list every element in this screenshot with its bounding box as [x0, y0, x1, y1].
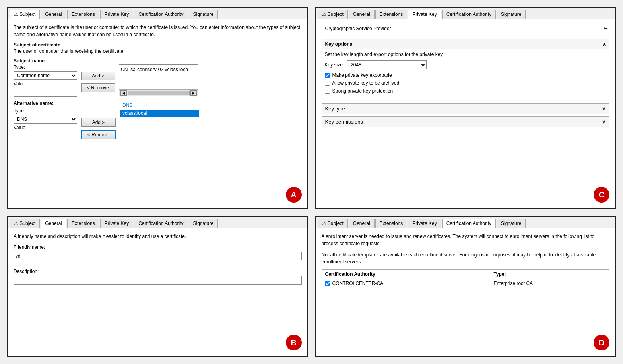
- make-exportable-label: Make private key exportable: [332, 72, 392, 78]
- remove-button-a[interactable]: < Remove: [81, 83, 115, 92]
- tab-d-certauth[interactable]: Certification Authority: [442, 219, 496, 228]
- key-type-title: Key type: [325, 106, 345, 112]
- ca-table-row: CONTROLCENTER-CA Enterprise root CA: [322, 279, 609, 288]
- panel-b-description: A friendly name and description will mak…: [14, 233, 302, 240]
- panel-c-tab-bar: ⚠ Subject General Extensions Private Key…: [316, 8, 615, 19]
- tab-a-privatekey[interactable]: Private Key: [100, 10, 133, 19]
- subject-name-label: Subject name:: [14, 58, 302, 64]
- panel-d-tab-bar: ⚠ Subject General Extensions Private Key…: [316, 217, 615, 228]
- ca-table: Certification Authority Type: CONTROLCEN…: [322, 269, 610, 288]
- alt-value-input[interactable]: [14, 132, 77, 140]
- panel-d-desc2: Not all certificate templates are availa…: [322, 251, 610, 265]
- key-permissions-title: Key permissions: [325, 119, 363, 125]
- tab-d-general[interactable]: General: [349, 219, 375, 228]
- description-input[interactable]: [14, 276, 302, 285]
- friendly-name-input[interactable]: [14, 252, 302, 260]
- panel-a-description: The subject of a certificate is the user…: [14, 24, 302, 38]
- description-label: Description:: [14, 269, 39, 274]
- panel-d: ⚠ Subject General Extensions Private Key…: [315, 216, 616, 357]
- tab-b-signature[interactable]: Signature: [189, 219, 218, 228]
- alt-remove-button[interactable]: < Remove: [81, 130, 116, 139]
- panel-d-desc1: A enrollment server is needed to issue a…: [322, 233, 610, 247]
- tab-b-general[interactable]: General: [41, 219, 66, 228]
- csp-select[interactable]: Cryptographic Service Provider: [322, 24, 610, 33]
- tab-a-general[interactable]: General: [41, 10, 66, 19]
- panel-a-tab-bar: ⚠ Subject General Extensions Private Key…: [8, 8, 307, 19]
- value-input-a[interactable]: [14, 88, 77, 97]
- panel-a-subject-title: Subject of certificate: [14, 42, 302, 48]
- key-size-row: Key size: 2048 1024 4096: [325, 60, 607, 69]
- add-button-a[interactable]: Add >: [81, 72, 115, 80]
- key-options-desc: Set the key length and export options fo…: [325, 52, 607, 57]
- allow-archived-checkbox[interactable]: [325, 81, 330, 86]
- tab-d-extensions[interactable]: Extensions: [375, 219, 408, 228]
- scroll-bar-a[interactable]: ◀ ▶: [119, 89, 198, 96]
- ca-name-col: CONTROLCENTER-CA: [325, 281, 494, 286]
- dns-item[interactable]: vclass.local: [120, 110, 199, 117]
- alt-name-area: Alternative name: Type: DNS Email UPN Va…: [14, 101, 302, 140]
- subject-right-list: CN=sa-connserv-02.vclass.loca: [119, 64, 198, 88]
- dns-list: DNS vclass.local: [120, 101, 199, 132]
- scroll-track-a: [128, 91, 190, 95]
- tab-a-extensions[interactable]: Extensions: [67, 10, 99, 19]
- type-col-header: Type:: [493, 271, 606, 277]
- key-permissions-chevron: ∨: [602, 119, 606, 125]
- tab-c-subject[interactable]: ⚠ Subject: [318, 10, 348, 19]
- dns-header: DNS: [120, 101, 199, 110]
- tab-d-privatekey[interactable]: Private Key: [408, 219, 441, 228]
- allow-archived-label: Allow private key to be archived: [332, 80, 400, 86]
- alt-add-remove-col: Add > < Remove: [81, 101, 116, 140]
- ca-name: CONTROLCENTER-CA: [332, 281, 384, 286]
- tab-d-subject[interactable]: ⚠ Subject: [318, 219, 348, 228]
- panel-c: ⚠ Subject General Extensions Private Key…: [315, 7, 616, 209]
- badge-d: D: [594, 335, 609, 350]
- panel-a-subject-sub: The user or computer that is receiving t…: [14, 48, 302, 54]
- alt-type-col: Alternative name: Type: DNS Email UPN Va…: [14, 101, 77, 140]
- make-exportable-checkbox[interactable]: [325, 73, 330, 78]
- subject-name-row: Type: Common name Organization Organizat…: [14, 64, 302, 97]
- tab-c-extensions[interactable]: Extensions: [375, 10, 408, 19]
- scroll-left-btn[interactable]: ◀: [120, 90, 127, 96]
- badge-c: C: [594, 187, 609, 203]
- strong-protection-checkbox[interactable]: [325, 89, 330, 94]
- tab-c-general[interactable]: General: [349, 10, 375, 19]
- dns-list-col: DNS vclass.local: [120, 101, 199, 140]
- key-options-title: Key options: [325, 41, 353, 47]
- tab-a-subject[interactable]: ⚠ Subject: [10, 10, 40, 19]
- allow-archived-row: Allow private key to be archived: [325, 80, 607, 86]
- key-size-select[interactable]: 2048 1024 4096: [347, 60, 427, 69]
- tab-c-signature[interactable]: Signature: [497, 10, 526, 19]
- panel-b: ⚠ Subject General Extensions Private Key…: [7, 216, 308, 357]
- alt-add-button[interactable]: Add >: [81, 118, 116, 127]
- subject-type-col: Type: Common name Organization Organizat…: [14, 64, 77, 97]
- tab-b-certauth[interactable]: Certification Authority: [134, 219, 188, 228]
- tab-b-subject[interactable]: ⚠ Subject: [10, 219, 40, 228]
- ca-col-header: Certification Authority: [325, 271, 494, 277]
- key-options-header[interactable]: Key options ∧: [322, 39, 610, 49]
- alt-type-select[interactable]: DNS Email UPN: [14, 115, 77, 124]
- tab-b-extensions[interactable]: Extensions: [67, 219, 99, 228]
- panel-a: ⚠ Subject General Extensions Private Key…: [7, 7, 308, 209]
- key-type-chevron: ∨: [602, 106, 606, 112]
- scroll-right-btn[interactable]: ▶: [190, 90, 197, 96]
- tab-b-privatekey[interactable]: Private Key: [100, 219, 133, 228]
- tab-c-certauth[interactable]: Certification Authority: [442, 10, 496, 19]
- csp-row: Cryptographic Service Provider: [322, 24, 610, 33]
- tab-d-signature[interactable]: Signature: [497, 219, 526, 228]
- tab-c-privatekey[interactable]: Private Key: [408, 10, 441, 19]
- ca-table-header: Certification Authority Type:: [322, 270, 609, 279]
- tab-a-signature[interactable]: Signature: [189, 10, 218, 19]
- type-select-a[interactable]: Common name Organization Organizational …: [14, 71, 77, 80]
- add-remove-col-a: Add > < Remove: [81, 64, 115, 92]
- make-exportable-row: Make private key exportable: [325, 72, 607, 78]
- key-permissions-section[interactable]: Key permissions ∨: [322, 116, 610, 127]
- alt-value-label: Value:: [14, 125, 77, 130]
- tab-a-certauth[interactable]: Certification Authority: [134, 10, 188, 19]
- badge-a: A: [286, 187, 302, 203]
- ca-checkbox[interactable]: [325, 281, 330, 286]
- key-size-label: Key size:: [325, 62, 344, 68]
- strong-protection-label: Strong private key protection: [332, 88, 393, 94]
- alt-type-label: Type:: [14, 108, 77, 114]
- key-type-section[interactable]: Key type ∨: [322, 103, 610, 114]
- right-list-col-a: CN=sa-connserv-02.vclass.loca ◀ ▶: [119, 64, 198, 96]
